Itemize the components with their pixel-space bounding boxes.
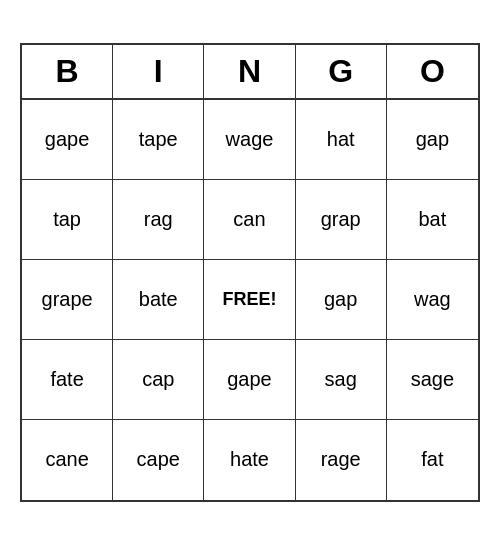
bingo-cell: hate (204, 420, 295, 500)
bingo-cell: rage (296, 420, 387, 500)
bingo-cell: cap (113, 340, 204, 420)
bingo-cell: fate (22, 340, 113, 420)
bingo-cell: bat (387, 180, 478, 260)
bingo-cell: gap (296, 260, 387, 340)
bingo-cell: wage (204, 100, 295, 180)
bingo-cell: sag (296, 340, 387, 420)
header-letter: B (22, 45, 113, 98)
bingo-cell: grape (22, 260, 113, 340)
bingo-cell: wag (387, 260, 478, 340)
bingo-cell: gape (22, 100, 113, 180)
bingo-cell: bate (113, 260, 204, 340)
header-letter: I (113, 45, 204, 98)
header-letter: N (204, 45, 295, 98)
header-letter: G (296, 45, 387, 98)
bingo-cell: tap (22, 180, 113, 260)
bingo-cell: can (204, 180, 295, 260)
bingo-cell: cape (113, 420, 204, 500)
bingo-cell: sage (387, 340, 478, 420)
bingo-cell: hat (296, 100, 387, 180)
header-letter: O (387, 45, 478, 98)
free-space-cell: FREE! (204, 260, 295, 340)
bingo-grid: gapetapewagehatgaptapragcangrapbatgrapeb… (22, 100, 478, 500)
bingo-cell: cane (22, 420, 113, 500)
bingo-cell: gape (204, 340, 295, 420)
bingo-header: BINGO (22, 45, 478, 100)
bingo-cell: gap (387, 100, 478, 180)
bingo-cell: fat (387, 420, 478, 500)
bingo-cell: tape (113, 100, 204, 180)
bingo-cell: grap (296, 180, 387, 260)
bingo-card: BINGO gapetapewagehatgaptapragcangrapbat… (20, 43, 480, 502)
bingo-cell: rag (113, 180, 204, 260)
